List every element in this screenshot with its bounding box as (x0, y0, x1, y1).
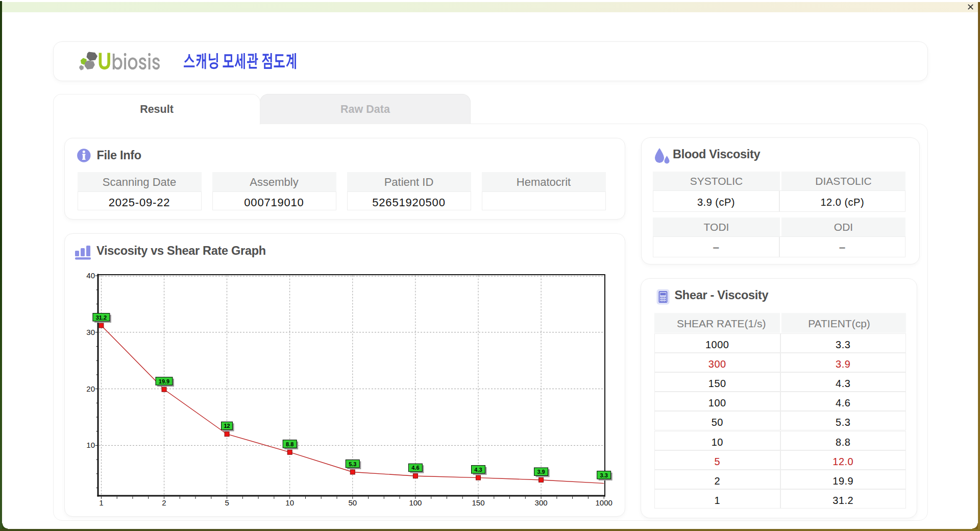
svg-text:300: 300 (535, 498, 548, 507)
svg-text:2: 2 (162, 498, 166, 507)
svg-text:19.9: 19.9 (159, 378, 169, 384)
svg-text:1: 1 (99, 498, 103, 507)
svg-text:3.3: 3.3 (600, 472, 608, 478)
svg-text:12: 12 (224, 423, 230, 429)
svg-text:100: 100 (409, 498, 422, 507)
svg-text:40: 40 (86, 271, 95, 280)
svg-text:4.6: 4.6 (411, 465, 419, 471)
svg-text:20: 20 (86, 384, 95, 393)
svg-text:8.8: 8.8 (286, 441, 293, 447)
svg-text:1000: 1000 (596, 498, 612, 507)
svg-text:150: 150 (472, 498, 484, 507)
svg-text:10: 10 (86, 441, 95, 449)
svg-text:5: 5 (225, 498, 229, 507)
svg-text:5.3: 5.3 (349, 461, 356, 467)
svg-text:30: 30 (86, 328, 95, 336)
svg-text:10: 10 (285, 498, 294, 507)
svg-text:31.2: 31.2 (96, 315, 107, 321)
svg-text:50: 50 (348, 498, 357, 507)
svg-text:3.9: 3.9 (537, 469, 545, 475)
svg-text:4.3: 4.3 (474, 467, 482, 473)
